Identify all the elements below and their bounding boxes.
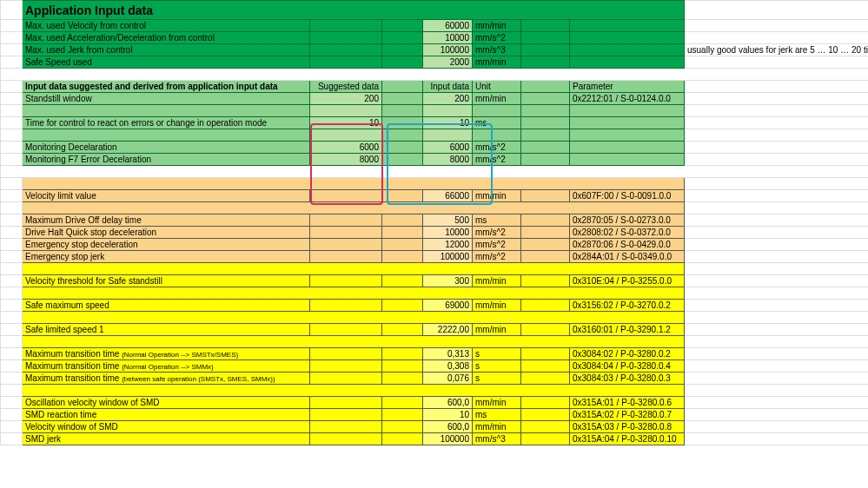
yg3-r2-param: 0x3084:03 / P-0-3280.0.3 bbox=[570, 373, 685, 385]
s2-r0-param: 0x2212:01 / S-0-0124.0.0 bbox=[570, 93, 685, 105]
s3-g1-r1-label: Drive Halt Quick stop deceleration bbox=[23, 227, 310, 239]
yg0-r0-label: Velocity threshold for Safe standstill bbox=[23, 275, 310, 287]
spreadsheet-grid[interactable]: Application Input data Max. used Velocit… bbox=[0, 0, 868, 445]
yg2-r0-param: 0x3160:01 / P-0-3290.1.2 bbox=[570, 324, 685, 336]
s2-r0-sugg: 200 bbox=[310, 93, 382, 105]
s2-head-input: Input data bbox=[423, 81, 473, 93]
s2-r4-sugg: 6000 bbox=[310, 142, 382, 154]
yg4-r0-value: 600,0 bbox=[423, 397, 473, 409]
yg0-r0-param: 0x310E:04 / P-0-3255.0.0 bbox=[570, 275, 685, 287]
s2-r4-label: Monitoring Decelaration bbox=[23, 142, 310, 154]
s1-row2-note: usually good values for jerk are 5 … 10 … bbox=[685, 44, 869, 56]
yg3-r2-label: Maximum transition time (between safe op… bbox=[23, 373, 310, 385]
s2-r4-unit: mm/s^2 bbox=[473, 142, 521, 154]
s3-g1-r2-unit: mm/s^2 bbox=[473, 239, 521, 251]
yg1-r0-value: 69000 bbox=[423, 300, 473, 312]
s3-g1-r0-label: Maximum Drive Off delay time bbox=[23, 214, 310, 227]
s2-r2-sugg: 10 bbox=[310, 117, 382, 129]
s3-g1-r0-param: 0x2870:05 / S-0-0273.0.0 bbox=[570, 214, 685, 227]
yg3-r0-unit: s bbox=[473, 348, 521, 360]
yg0-r0-value: 300 bbox=[423, 275, 473, 287]
yg4-r3-value: 100000 bbox=[423, 433, 473, 445]
yg4-r2-value: 600,0 bbox=[423, 421, 473, 433]
s2-r5-unit: mm/s^2 bbox=[473, 154, 521, 166]
yg4-r1-value: 10 bbox=[423, 409, 473, 421]
section1-title: Application Input data bbox=[23, 1, 685, 20]
yg4-r3-unit: mm/s^3 bbox=[473, 433, 521, 445]
yg3-r1-label: Maximum transition time (Normal Operatio… bbox=[23, 360, 310, 373]
s3-g1-r3-unit: mm/s^2 bbox=[473, 251, 521, 263]
yg3-r1-value: 0,308 bbox=[423, 360, 473, 373]
yg4-r2-label: Velocity window of SMD bbox=[23, 421, 310, 433]
s1-row3-value[interactable]: 2000 bbox=[423, 56, 473, 69]
s2-r2-label: Time for control to react on errors or c… bbox=[23, 117, 310, 129]
yg4-r1-unit: ms bbox=[473, 409, 521, 421]
s3-g1-r0-unit: ms bbox=[473, 214, 521, 227]
s3-g1-r2-label: Emergency stop deceleration bbox=[23, 239, 310, 251]
s3-g0-r0-unit: mm/min bbox=[473, 190, 521, 202]
s1-row0-value[interactable]: 60000 bbox=[423, 20, 473, 32]
s2-r0-unit: mm/min bbox=[473, 93, 521, 105]
s1-row3-label: Safe Speed used bbox=[23, 56, 310, 69]
s3-g0-r0-param: 0x607F:00 / S-0-0091.0.0 bbox=[570, 190, 685, 202]
yg4-r2-param: 0x315A:03 / P-0-3280.0.8 bbox=[570, 421, 685, 433]
s1-row1-value[interactable]: 10000 bbox=[423, 32, 473, 44]
s1-row0-unit: mm/min bbox=[473, 20, 521, 32]
s1-row0-label: Max. used Velocity from control bbox=[23, 20, 310, 32]
yg4-r3-param: 0x315A:04 / P-0-3280.0.10 bbox=[570, 433, 685, 445]
s2-r5-label: Monitoring F7 Error Decelaration bbox=[23, 154, 310, 166]
s3-g1-r2-value: 12000 bbox=[423, 239, 473, 251]
s2-head-label: Input data suggested and derived from ap… bbox=[23, 81, 310, 93]
s2-r0-label: Standstill window bbox=[23, 93, 310, 105]
s1-row2-value[interactable]: 100000 bbox=[423, 44, 473, 56]
yg3-r0-label: Maximum transition time (Normal Operatio… bbox=[23, 348, 310, 360]
s2-head-param: Parameter bbox=[570, 81, 685, 93]
yg1-r0-param: 0x3156:02 / P-0-3270.0.2 bbox=[570, 300, 685, 312]
yg1-r0-label: Safe maximum speed bbox=[23, 300, 310, 312]
yg4-r0-label: Oscillation velocity window of SMD bbox=[23, 397, 310, 409]
yg4-r2-unit: mm/min bbox=[473, 421, 521, 433]
yg2-r0-unit: mm/min bbox=[473, 324, 521, 336]
s2-r4-input[interactable]: 6000 bbox=[423, 142, 473, 154]
s3-g1-r3-param: 0x284A:01 / S-0-0349.0.0 bbox=[570, 251, 685, 263]
s1-row1-label: Max. used Acceleration/Deceleration from… bbox=[23, 32, 310, 44]
s2-r2-unit: ms bbox=[473, 117, 521, 129]
s3-g1-r3-label: Emergency stop jerk bbox=[23, 251, 310, 263]
s3-g1-r0-value: 500 bbox=[423, 214, 473, 227]
yg4-r0-param: 0x315A:01 / P-0-3280.0.6 bbox=[570, 397, 685, 409]
s3-g0-r0-value: 66000 bbox=[423, 190, 473, 202]
s2-r2-input[interactable]: 10 bbox=[423, 117, 473, 129]
s2-r5-sugg: 8000 bbox=[310, 154, 382, 166]
s3-g1-r1-value: 10000 bbox=[423, 227, 473, 239]
s3-g1-r1-param: 0x2808:02 / S-0-0372.0.0 bbox=[570, 227, 685, 239]
spreadsheet-root: Application Input data Max. used Velocit… bbox=[0, 0, 868, 445]
yg3-r0-param: 0x3084:02 / P-0-3280.0.2 bbox=[570, 348, 685, 360]
yg0-r0-unit: mm/min bbox=[473, 275, 521, 287]
yg3-r1-unit: s bbox=[473, 360, 521, 373]
s1-row3-unit: mm/min bbox=[473, 56, 521, 69]
s1-row2-unit: mm/s^3 bbox=[473, 44, 521, 56]
s1-row2-label: Max. used Jerk from control bbox=[23, 44, 310, 56]
yg3-r2-unit: s bbox=[473, 373, 521, 385]
yg3-r1-param: 0x3084:04 / P-0-3280.0.4 bbox=[570, 360, 685, 373]
yg3-r0-value: 0,313 bbox=[423, 348, 473, 360]
yg4-r1-label: SMD reaction time bbox=[23, 409, 310, 421]
s1-row1-unit: mm/s^2 bbox=[473, 32, 521, 44]
s2-r5-input[interactable]: 8000 bbox=[423, 154, 473, 166]
s3-g0-r0-label: Velocity limit value bbox=[23, 190, 310, 202]
s3-g1-r3-value: 100000 bbox=[423, 251, 473, 263]
yg4-r3-label: SMD jerk bbox=[23, 433, 310, 445]
yg3-r2-value: 0,076 bbox=[423, 373, 473, 385]
s2-r0-input[interactable]: 200 bbox=[423, 93, 473, 105]
s2-head-sugg: Suggested data bbox=[310, 81, 382, 93]
s3-g1-r1-unit: mm/s^2 bbox=[473, 227, 521, 239]
yg4-r0-unit: mm/min bbox=[473, 397, 521, 409]
yg2-r0-label: Safe limited speed 1 bbox=[23, 324, 310, 336]
yg1-r0-unit: mm/min bbox=[473, 300, 521, 312]
s3-g1-r2-param: 0x2870:06 / S-0-0429.0.0 bbox=[570, 239, 685, 251]
s2-head-unit: Unit bbox=[473, 81, 521, 93]
yg2-r0-value: 2222,00 bbox=[423, 324, 473, 336]
yg4-r1-param: 0x315A:02 / P-0-3280.0.7 bbox=[570, 409, 685, 421]
